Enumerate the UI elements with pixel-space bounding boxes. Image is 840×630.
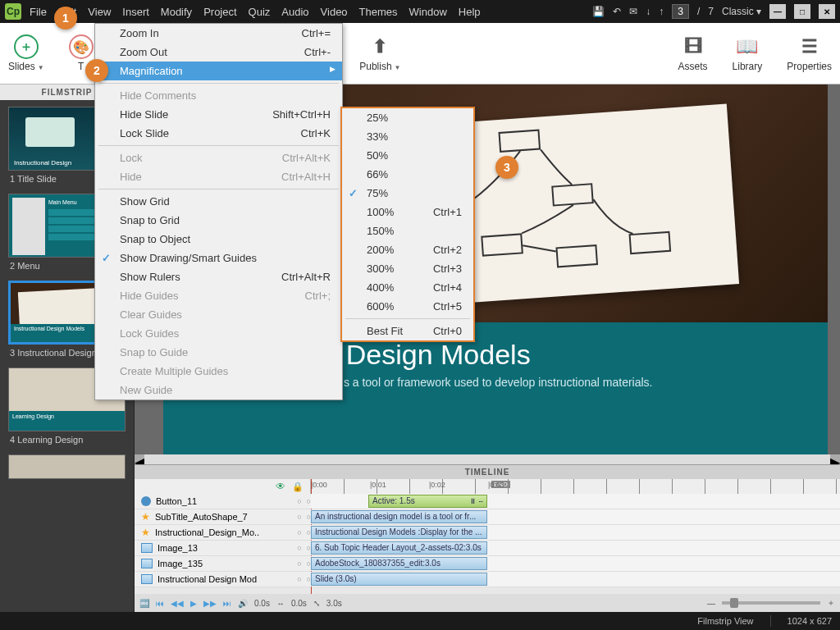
menu-item[interactable]: 200%Ctrl+2 bbox=[342, 240, 473, 259]
menu-item: Create Multiple Guides bbox=[95, 362, 342, 381]
tl-play[interactable]: ▶ bbox=[190, 599, 197, 608]
menu-item[interactable]: Zoom InCtrl+= bbox=[95, 24, 342, 43]
menu-item[interactable]: Show RulersCtrl+Alt+R bbox=[95, 267, 342, 286]
tl-zoom-in[interactable]: ＋ bbox=[827, 597, 835, 609]
maximize-button[interactable]: □ bbox=[794, 4, 810, 19]
undo-icon[interactable]: ↶ bbox=[613, 6, 621, 17]
step-marker-2: 2 bbox=[85, 59, 108, 82]
assets-button[interactable]: 🎞Assets bbox=[678, 34, 708, 72]
menu-window[interactable]: Window bbox=[409, 6, 447, 18]
close-button[interactable]: ✕ bbox=[819, 4, 835, 19]
menu-file[interactable]: File bbox=[30, 6, 47, 18]
menu-item[interactable]: 300%Ctrl+3 bbox=[342, 259, 473, 278]
menu-item: New Guide bbox=[95, 381, 342, 399]
timeline-row[interactable]: Instructional Design Mod○○Slide (3.0s) bbox=[135, 572, 840, 587]
menu-quiz[interactable]: Quiz bbox=[249, 6, 271, 18]
menu-item[interactable]: 33% bbox=[342, 127, 473, 146]
up-arrow-icon[interactable]: ↑ bbox=[659, 6, 664, 17]
menu-item: Lock Guides bbox=[95, 324, 342, 343]
page-sep: / bbox=[697, 6, 700, 17]
properties-button[interactable]: ☰Properties bbox=[787, 34, 832, 72]
menu-item[interactable]: Magnification bbox=[95, 62, 342, 80]
menu-item[interactable]: Zoom OutCtrl+- bbox=[95, 43, 342, 62]
tl-prev[interactable]: ◀◀ bbox=[171, 599, 184, 608]
timeline-row[interactable]: Button_11○○Active: 1.5s⏸ ⋯ bbox=[135, 494, 840, 509]
publish-button[interactable]: ⬆Publish▼ bbox=[359, 34, 400, 72]
timeline-row[interactable]: Image_135○○AdobeStock_180837355_edit:3.0… bbox=[135, 556, 840, 572]
timeline-row[interactable]: ★Instructional_Design_Mo..○○Instructiona… bbox=[135, 525, 840, 541]
tl-time3: 3.0s bbox=[326, 599, 342, 608]
menu-item[interactable]: Best FitCtrl+0 bbox=[342, 322, 473, 340]
menu-bar: FileEditViewInsertModifyProjectQuizAudio… bbox=[30, 6, 481, 18]
menu-item: Snap to Guide bbox=[95, 343, 342, 362]
tl-audio[interactable]: 🔊 bbox=[238, 599, 248, 608]
tl-next[interactable]: ▶▶ bbox=[203, 599, 217, 608]
menu-item: Clear Guides bbox=[95, 305, 342, 324]
tl-time1: 0.0s bbox=[254, 599, 270, 608]
step-marker-3: 3 bbox=[495, 156, 518, 179]
save-icon[interactable]: 💾 bbox=[592, 6, 605, 17]
tl-div-icon: ⤡ bbox=[313, 599, 320, 608]
menu-item[interactable]: 75% bbox=[342, 184, 473, 203]
menu-item[interactable]: 100%Ctrl+1 bbox=[342, 203, 473, 221]
menu-item[interactable]: 600%Ctrl+5 bbox=[342, 297, 473, 316]
magnification-submenu[interactable]: 25%33%50%66%75%100%Ctrl+1150%200%Ctrl+23… bbox=[340, 107, 475, 342]
page-total: 7 bbox=[708, 6, 714, 17]
tl-first[interactable]: ⏮ bbox=[156, 599, 164, 608]
app-logo: Cp bbox=[5, 3, 21, 20]
status-view: Filmstrip View bbox=[697, 616, 753, 626]
timeline-controls: 🔤 ⏮ ◀◀ ▶ ▶▶ ⏭ 🔊 0.0s ↔ 0.0s ⤡ 3.0s — ＋ bbox=[135, 594, 840, 612]
menu-themes[interactable]: Themes bbox=[359, 6, 398, 18]
menu-item[interactable]: 400%Ctrl+4 bbox=[342, 278, 473, 297]
timeline-row[interactable]: Image_13○○6. Sub Topic Header Layout_2-a… bbox=[135, 541, 840, 556]
menu-item[interactable]: 25% bbox=[342, 108, 473, 127]
tl-zoom-out[interactable]: — bbox=[707, 599, 715, 608]
menu-insert[interactable]: Insert bbox=[122, 6, 149, 18]
status-bar: Filmstrip View 1024 x 627 bbox=[0, 612, 840, 630]
status-dimensions: 1024 x 627 bbox=[788, 616, 832, 626]
menu-item[interactable]: Show Grid bbox=[95, 192, 342, 211]
tl-time2: 0.0s bbox=[291, 599, 307, 608]
menu-modify[interactable]: Modify bbox=[161, 6, 192, 18]
timeline-header: TIMELINE bbox=[135, 465, 840, 479]
slides-button[interactable]: ＋Slides▼ bbox=[8, 34, 44, 72]
menu-video[interactable]: Video bbox=[321, 6, 348, 18]
timeline-panel: TIMELINE 👁🔒 END|0:00|0:01|0:02|0:03 Butt… bbox=[135, 464, 840, 612]
workspace-switcher[interactable]: Classic ▾ bbox=[722, 6, 761, 17]
menu-audio[interactable]: Audio bbox=[281, 6, 308, 18]
step-marker-1: 1 bbox=[54, 7, 77, 30]
down-arrow-icon[interactable]: ↓ bbox=[646, 6, 651, 17]
menu-item[interactable]: 66% bbox=[342, 165, 473, 184]
menu-item[interactable]: 50% bbox=[342, 146, 473, 165]
cc-toggle[interactable]: 🔤 bbox=[139, 599, 149, 608]
menu-item: Hide Comments bbox=[95, 86, 342, 105]
menu-item[interactable]: 150% bbox=[342, 221, 473, 240]
menu-item[interactable]: Lock SlideCtrl+K bbox=[95, 124, 342, 143]
menu-item[interactable]: Snap to Object bbox=[95, 230, 342, 249]
tl-last[interactable]: ⏭ bbox=[223, 599, 231, 608]
menu-item[interactable]: Snap to Grid bbox=[95, 211, 342, 230]
page-current[interactable]: 3 bbox=[672, 4, 689, 19]
library-button[interactable]: 📖Library bbox=[733, 34, 763, 72]
menu-view[interactable]: View bbox=[88, 6, 111, 18]
visibility-icon[interactable]: 👁 bbox=[276, 481, 285, 492]
menu-item: HideCtrl+Alt+H bbox=[95, 167, 342, 186]
menu-item[interactable]: Hide SlideShift+Ctrl+H bbox=[95, 105, 342, 124]
timeline-row[interactable]: ★SubTitle_AutoShape_7○○An instructional … bbox=[135, 509, 840, 525]
tl-sep-icon: ↔ bbox=[276, 599, 285, 608]
lock-icon[interactable]: 🔒 bbox=[292, 482, 304, 492]
minimize-button[interactable]: — bbox=[769, 4, 786, 19]
menu-item[interactable]: Show Drawing/Smart Guides bbox=[95, 249, 342, 267]
timeline-ruler[interactable]: END|0:00|0:01|0:02|0:03 bbox=[311, 479, 840, 494]
filmstrip-slide-title: 4 Learning Design bbox=[8, 431, 126, 448]
menu-help[interactable]: Help bbox=[459, 6, 481, 18]
tl-zoom-slider[interactable] bbox=[730, 598, 738, 608]
menu-item: Hide GuidesCtrl+; bbox=[95, 286, 342, 305]
title-bar: Cp FileEditViewInsertModifyProjectQuizAu… bbox=[0, 0, 840, 23]
menu-project[interactable]: Project bbox=[203, 6, 236, 18]
view-menu[interactable]: Zoom InCtrl+=Zoom OutCtrl+-Magnification… bbox=[94, 23, 343, 400]
mail-icon[interactable]: ✉ bbox=[629, 6, 637, 17]
menu-item: LockCtrl+Alt+K bbox=[95, 148, 342, 167]
